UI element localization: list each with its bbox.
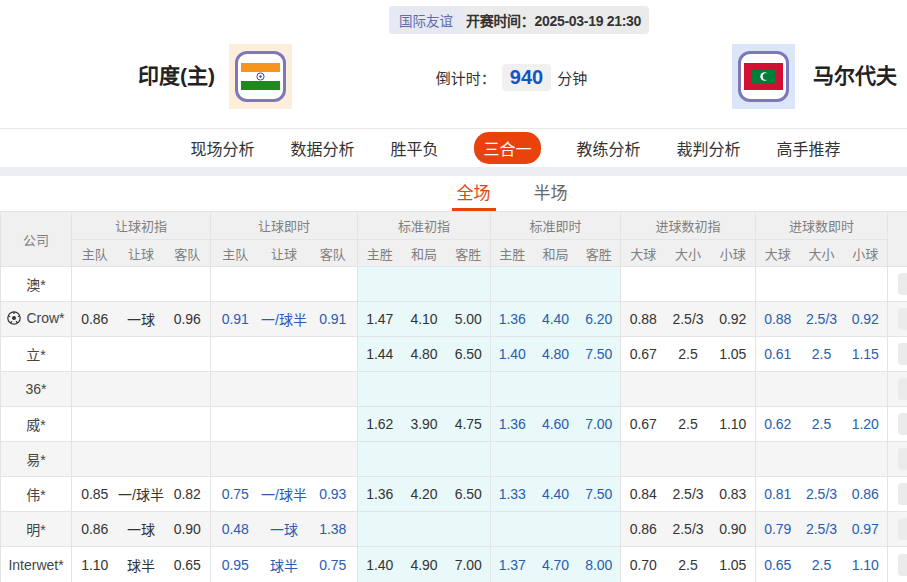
odds-cell[interactable]: 1.05 xyxy=(711,547,756,582)
company-cell[interactable]: Crow* xyxy=(1,302,72,337)
odds-cell[interactable]: 0.91 xyxy=(309,302,358,337)
odds-cell[interactable]: 0.86 xyxy=(72,512,118,547)
odds-cell[interactable]: 1.36 xyxy=(491,407,534,442)
odds-cell[interactable]: 一/球半 xyxy=(260,477,309,512)
company-cell[interactable]: 36* xyxy=(1,372,72,407)
company-cell[interactable]: 明* xyxy=(1,512,72,547)
detail-button[interactable] xyxy=(898,343,907,365)
company-cell[interactable]: 澳* xyxy=(1,267,72,302)
odds-cell[interactable]: 一球 xyxy=(118,302,165,337)
odds-cell[interactable]: 4.90 xyxy=(402,547,447,582)
odds-cell[interactable]: 1.44 xyxy=(358,337,402,372)
odds-cell[interactable]: 0.97 xyxy=(844,512,888,547)
odds-cell[interactable]: 0.90 xyxy=(711,512,756,547)
detail-button[interactable] xyxy=(898,448,907,470)
odds-cell[interactable]: 4.10 xyxy=(402,302,447,337)
odds-cell[interactable]: 球半 xyxy=(118,547,165,582)
odds-cell[interactable]: 0.84 xyxy=(621,477,666,512)
odds-cell[interactable]: 2.5 xyxy=(666,547,711,582)
odds-cell[interactable]: 0.48 xyxy=(211,512,260,547)
odds-cell[interactable]: 1.10 xyxy=(844,547,888,582)
odds-cell[interactable]: 2.5 xyxy=(800,407,844,442)
odds-cell[interactable]: 0.96 xyxy=(165,302,211,337)
odds-cell[interactable]: 0.93 xyxy=(309,477,358,512)
odds-cell[interactable]: 6.50 xyxy=(447,337,491,372)
odds-cell[interactable]: 2.5/3 xyxy=(666,302,711,337)
odds-cell[interactable]: 0.95 xyxy=(211,547,260,582)
odds-cell[interactable]: 1.37 xyxy=(491,547,534,582)
odds-cell[interactable]: 4.70 xyxy=(534,547,578,582)
odds-cell[interactable]: 1.20 xyxy=(844,407,888,442)
odds-cell[interactable]: 3.90 xyxy=(402,407,447,442)
odds-cell[interactable]: 2.5 xyxy=(800,547,844,582)
nav-tab-2[interactable]: 数据分析 xyxy=(290,132,354,164)
nav-tab-1[interactable]: 现场分析 xyxy=(190,132,254,164)
odds-cell[interactable]: 0.83 xyxy=(711,477,756,512)
nav-tab-3[interactable]: 胜平负 xyxy=(390,132,438,164)
odds-cell[interactable]: 0.61 xyxy=(756,337,800,372)
odds-cell[interactable]: 1.36 xyxy=(491,302,534,337)
odds-cell[interactable]: 2.5/3 xyxy=(800,477,844,512)
detail-button[interactable] xyxy=(898,554,907,576)
odds-cell[interactable]: 0.88 xyxy=(621,302,666,337)
odds-cell[interactable]: 0.65 xyxy=(756,547,800,582)
detail-button[interactable] xyxy=(898,483,907,505)
odds-cell[interactable]: 2.5 xyxy=(800,337,844,372)
odds-cell[interactable]: 一球 xyxy=(118,512,165,547)
odds-cell[interactable]: 0.67 xyxy=(621,407,666,442)
odds-cell[interactable]: 2.5/3 xyxy=(800,512,844,547)
odds-cell[interactable]: 0.82 xyxy=(165,477,211,512)
odds-cell[interactable]: 1.36 xyxy=(358,477,402,512)
odds-cell[interactable]: 1.33 xyxy=(491,477,534,512)
odds-cell[interactable]: 0.62 xyxy=(756,407,800,442)
nav-tab-6[interactable]: 裁判分析 xyxy=(677,132,741,164)
odds-cell[interactable]: 1.40 xyxy=(491,337,534,372)
detail-button[interactable] xyxy=(898,308,907,330)
odds-cell[interactable]: 0.75 xyxy=(309,547,358,582)
nav-tab-5[interactable]: 教练分析 xyxy=(577,132,641,164)
odds-cell[interactable]: 4.40 xyxy=(534,302,578,337)
odds-cell[interactable]: 5.00 xyxy=(447,302,491,337)
odds-cell[interactable]: 球半 xyxy=(260,547,309,582)
odds-cell[interactable]: 2.5/3 xyxy=(800,302,844,337)
odds-cell[interactable]: 1.38 xyxy=(309,512,358,547)
odds-cell[interactable]: 4.20 xyxy=(402,477,447,512)
odds-cell[interactable]: 7.00 xyxy=(578,407,621,442)
odds-cell[interactable]: 4.80 xyxy=(534,337,578,372)
detail-button[interactable] xyxy=(898,413,907,435)
odds-cell[interactable]: 0.90 xyxy=(165,512,211,547)
company-cell[interactable]: 立* xyxy=(1,337,72,372)
odds-cell[interactable]: 0.92 xyxy=(844,302,888,337)
nav-tab-4[interactable]: 三合一 xyxy=(474,132,540,164)
odds-cell[interactable]: 0.81 xyxy=(756,477,800,512)
odds-cell[interactable]: 7.50 xyxy=(578,477,621,512)
detail-button[interactable] xyxy=(898,378,907,400)
odds-cell[interactable]: 一球 xyxy=(260,512,309,547)
odds-cell[interactable]: 1.10 xyxy=(711,407,756,442)
odds-cell[interactable]: 1.05 xyxy=(711,337,756,372)
odds-cell[interactable]: 7.50 xyxy=(578,337,621,372)
odds-cell[interactable]: 0.88 xyxy=(756,302,800,337)
company-cell[interactable]: 威* xyxy=(1,407,72,442)
odds-cell[interactable]: 1.15 xyxy=(844,337,888,372)
company-cell[interactable]: 易* xyxy=(1,442,72,477)
odds-cell[interactable]: 一/球半 xyxy=(260,302,309,337)
odds-cell[interactable]: 0.92 xyxy=(711,302,756,337)
odds-cell[interactable]: 2.5 xyxy=(666,407,711,442)
odds-cell[interactable]: 4.40 xyxy=(534,477,578,512)
odds-cell[interactable]: 8.00 xyxy=(578,547,621,582)
sub-tab-1[interactable]: 全场 xyxy=(452,176,496,211)
odds-cell[interactable]: 0.75 xyxy=(211,477,260,512)
sub-tab-2[interactable]: 半场 xyxy=(534,176,568,211)
odds-cell[interactable]: 2.5/3 xyxy=(666,512,711,547)
odds-cell[interactable]: 1.47 xyxy=(358,302,402,337)
odds-cell[interactable]: 1.40 xyxy=(358,547,402,582)
odds-cell[interactable]: 4.80 xyxy=(402,337,447,372)
odds-cell[interactable]: 0.65 xyxy=(165,547,211,582)
odds-cell[interactable]: 0.86 xyxy=(72,302,118,337)
company-cell[interactable]: 伟* xyxy=(1,477,72,512)
detail-button[interactable] xyxy=(898,518,907,540)
odds-cell[interactable]: 0.86 xyxy=(844,477,888,512)
odds-cell[interactable]: 4.60 xyxy=(534,407,578,442)
odds-cell[interactable]: 0.91 xyxy=(211,302,260,337)
